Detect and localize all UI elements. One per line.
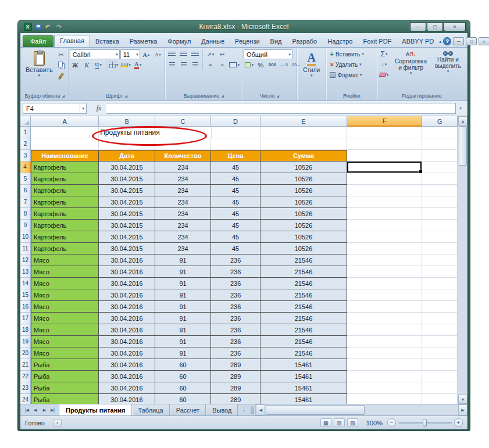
row-header-6[interactable]: 6 (20, 185, 31, 196)
delete-cells-button[interactable]: ×Удалить▾ (327, 59, 375, 70)
cell-A14[interactable]: Мясо (31, 278, 99, 289)
cell-A10[interactable]: Картофель (31, 231, 99, 243)
cell-B19[interactable]: 30.04.2016 (99, 336, 155, 347)
cell-F3[interactable] (347, 150, 422, 162)
dialog-launcher-icon[interactable]: ◢ (125, 94, 128, 98)
scroll-up-icon[interactable]: ▲ (458, 116, 467, 126)
cell-C13[interactable]: 91 (155, 266, 212, 278)
cell-F4[interactable] (347, 162, 422, 173)
workbook-restore-button[interactable]: □ (466, 37, 477, 45)
zoom-slider[interactable] (398, 422, 452, 424)
cell-F5[interactable] (347, 173, 422, 185)
cell-C10[interactable]: 234 (155, 231, 212, 243)
sheet-tab-1[interactable]: Продукты питания (59, 404, 132, 415)
zoom-thumb[interactable] (423, 419, 427, 427)
cell-D14[interactable]: 236 (211, 278, 260, 289)
align-right-button[interactable] (190, 60, 201, 70)
cell-G3[interactable] (422, 150, 458, 162)
cell-F14[interactable] (347, 278, 422, 289)
row-header-22[interactable]: 22 (20, 371, 31, 382)
cell-F18[interactable] (347, 324, 422, 336)
last-sheet-button[interactable]: ▶▏ (49, 406, 58, 414)
cell-D6[interactable]: 45 (211, 185, 260, 196)
insert-function-button[interactable]: fx (91, 103, 106, 114)
find-select-button[interactable]: Найти и выделить ▾ (431, 49, 465, 76)
cell-F11[interactable] (347, 243, 422, 255)
cell-C18[interactable]: 91 (155, 324, 212, 336)
ribbon-tab-12[interactable]: ABBYY PD (397, 36, 439, 47)
cell-D11[interactable]: 45 (211, 243, 260, 255)
cell-B10[interactable]: 30.04.2015 (99, 231, 155, 243)
cell-A4[interactable]: Картофель (31, 162, 99, 173)
cell-C20[interactable]: 91 (155, 347, 212, 359)
merge-center-button[interactable]: ▾ (228, 60, 241, 70)
cell-A21[interactable]: Рыба (31, 359, 99, 371)
group-label-font[interactable]: Шрифт◢ (70, 91, 164, 100)
dialog-launcher-icon[interactable]: ◢ (62, 94, 65, 98)
cell-D5[interactable]: 45 (211, 173, 260, 185)
cell-C11[interactable]: 234 (155, 243, 212, 255)
first-sheet-button[interactable]: ▕◀ (22, 406, 30, 414)
cell-A9[interactable]: Картофель (31, 220, 99, 231)
cell-D10[interactable]: 45 (211, 231, 260, 243)
cell-A18[interactable]: Мясо (31, 324, 99, 336)
cell-B24[interactable]: 30.04.2016 (99, 394, 155, 404)
cell-G5[interactable] (422, 173, 458, 185)
cell-F2[interactable] (347, 138, 422, 150)
italic-button[interactable]: К (81, 60, 92, 70)
collapse-ribbon-icon[interactable]: ▴ (439, 39, 441, 44)
cell-B23[interactable]: 30.04.2016 (99, 382, 155, 394)
cell-E21[interactable]: 15461 (260, 359, 347, 371)
cell-G1[interactable] (422, 127, 458, 138)
row-header-19[interactable]: 19 (20, 336, 31, 347)
view-normal-button[interactable]: ▦ (320, 418, 331, 427)
minimize-button[interactable]: ─ (410, 22, 426, 31)
cell-A7[interactable]: Картофель (31, 196, 99, 208)
cell-E10[interactable]: 10526 (260, 231, 347, 243)
cell-E23[interactable]: 15461 (260, 382, 347, 394)
row-header-12[interactable]: 12 (20, 255, 31, 266)
scroll-right-icon[interactable]: ▶ (458, 404, 467, 415)
scroll-down-icon[interactable]: ▼ (458, 395, 467, 404)
cell-D18[interactable]: 236 (211, 324, 260, 336)
sheet-tab-3[interactable]: Рассчет (170, 404, 206, 415)
vertical-scroll-thumb[interactable] (459, 126, 467, 166)
cell-B11[interactable]: 30.04.2015 (99, 243, 155, 255)
font-size-combo[interactable]: 11▾ (120, 49, 140, 59)
cell-A19[interactable]: Мясо (31, 336, 99, 347)
cell-G9[interactable] (422, 220, 458, 231)
ribbon-tab-7[interactable]: Рецензи (230, 36, 265, 47)
grow-font-button[interactable]: А▴ (141, 49, 152, 59)
cell-E3[interactable]: Сумма (260, 150, 347, 162)
cell-B4[interactable]: 30.04.2015 (99, 162, 155, 173)
cell-G20[interactable] (422, 347, 458, 359)
align-center-button[interactable] (178, 60, 189, 70)
cell-A17[interactable]: Мясо (31, 313, 99, 324)
ribbon-tab-8[interactable]: Вид (265, 36, 287, 47)
cell-B6[interactable]: 30.04.2015 (99, 185, 155, 196)
column-header-C[interactable]: C (155, 116, 212, 127)
cell-F19[interactable] (347, 336, 422, 347)
sheet-tab-4[interactable]: Вывод (206, 404, 238, 415)
row-header-3[interactable]: 3 (20, 150, 31, 162)
currency-format-button[interactable]: ▾ (244, 60, 255, 70)
cell-F24[interactable] (347, 394, 422, 404)
clear-button[interactable]: ▾ (379, 70, 390, 80)
cell-A22[interactable]: Рыба (31, 371, 99, 382)
cell-F17[interactable] (347, 313, 422, 324)
cell-E9[interactable]: 10526 (260, 220, 347, 231)
expand-formula-bar-icon[interactable]: ▾ (456, 106, 465, 111)
cell-B3[interactable]: Дата (99, 150, 155, 162)
cell-D3[interactable]: Цена (211, 150, 260, 162)
cell-C14[interactable]: 91 (155, 278, 212, 289)
cell-C23[interactable]: 60 (155, 382, 212, 394)
column-header-F[interactable]: F (347, 116, 422, 127)
cell-A13[interactable]: Мясо (31, 266, 99, 278)
cell-C17[interactable]: 91 (155, 313, 212, 324)
cell-E22[interactable]: 15461 (260, 371, 347, 382)
row-header-18[interactable]: 18 (20, 324, 31, 336)
cell-A8[interactable]: Картофель (31, 208, 99, 220)
cell-C15[interactable]: 91 (155, 289, 212, 301)
cell-B22[interactable]: 30.04.2016 (99, 371, 155, 382)
cell-D20[interactable]: 236 (211, 347, 260, 359)
